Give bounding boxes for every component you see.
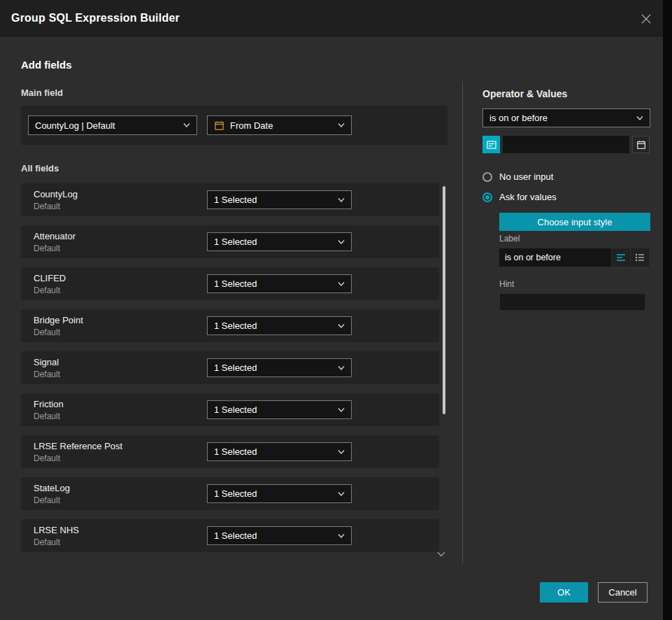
all-fields-label: All fields xyxy=(21,163,59,174)
label-input[interactable] xyxy=(499,248,611,267)
radio-no-user-input[interactable]: No user input xyxy=(482,171,553,182)
field-row: Attenuator Default 1 Selected xyxy=(21,225,439,258)
chevron-down-icon xyxy=(338,240,345,244)
value-input[interactable] xyxy=(503,136,629,153)
field-select-dropdown[interactable]: 1 Selected xyxy=(207,274,352,293)
layer-dropdown-value: CountyLog | Default xyxy=(35,120,178,131)
radio-ask-for-values[interactable]: Ask for values xyxy=(482,192,557,202)
main-field-dropdown-value: From Date xyxy=(230,120,332,131)
radio-selected-icon xyxy=(482,192,492,202)
list-style-icon[interactable] xyxy=(631,248,649,267)
field-select-value: 1 Selected xyxy=(214,362,332,373)
field-row: StateLog Default 1 Selected xyxy=(21,477,439,510)
calendar-icon xyxy=(214,120,224,131)
field-select-dropdown[interactable]: 1 Selected xyxy=(207,232,352,251)
field-select-value: 1 Selected xyxy=(214,195,332,205)
field-name: LRSE NHS xyxy=(34,525,79,535)
radio-label: Ask for values xyxy=(499,192,557,202)
operator-dropdown[interactable]: is on or before xyxy=(482,108,650,127)
field-subtitle: Default xyxy=(34,286,60,295)
field-subtitle: Default xyxy=(34,537,60,547)
field-row: CLIFED Default 1 Selected xyxy=(21,267,439,300)
scroll-down-icon[interactable] xyxy=(436,550,446,558)
field-subtitle: Default xyxy=(34,453,60,463)
field-name: StateLog xyxy=(34,483,70,493)
chevron-down-icon xyxy=(338,534,345,538)
field-name: Friction xyxy=(34,399,64,409)
field-row: Signal Default 1 Selected xyxy=(21,351,439,384)
field-subtitle: Default xyxy=(34,369,60,379)
chevron-down-icon xyxy=(636,116,643,120)
field-subtitle: Default xyxy=(34,244,60,253)
main-field-label: Main field xyxy=(21,87,63,98)
field-select-dropdown[interactable]: 1 Selected xyxy=(207,358,352,377)
field-subtitle: Default xyxy=(34,411,60,421)
input-mode-icon[interactable] xyxy=(482,136,500,153)
field-name: Attenuator xyxy=(34,231,76,241)
all-fields-list: CountyLog Default 1 Selected Attenuator … xyxy=(21,183,439,552)
field-select-value: 1 Selected xyxy=(214,488,332,499)
field-select-value: 1 Selected xyxy=(214,530,332,541)
operator-dropdown-value: is on or before xyxy=(489,113,631,123)
single-line-style-icon[interactable] xyxy=(612,248,630,267)
field-select-dropdown[interactable]: 1 Selected xyxy=(207,190,352,209)
field-name: Bridge Point xyxy=(34,315,83,325)
list-scrollbar[interactable] xyxy=(441,184,447,554)
panel-divider xyxy=(462,81,463,564)
chevron-down-icon xyxy=(338,366,345,370)
hint-field-label: Hint xyxy=(499,279,514,289)
cancel-button[interactable]: Cancel xyxy=(598,582,648,603)
radio-label: No user input xyxy=(499,171,553,182)
field-select-value: 1 Selected xyxy=(214,237,332,247)
field-name: CountyLog xyxy=(34,189,78,199)
label-field-label: Label xyxy=(499,234,520,244)
field-name: LRSE Reference Post xyxy=(34,441,122,451)
field-name: Signal xyxy=(34,357,59,367)
field-subtitle: Default xyxy=(34,202,60,211)
field-select-dropdown[interactable]: 1 Selected xyxy=(207,484,352,503)
group-sql-expression-builder-dialog: Group SQL Expression Builder Add fields … xyxy=(0,0,663,620)
chevron-down-icon xyxy=(338,324,345,328)
main-field-dropdown[interactable]: From Date xyxy=(207,115,352,135)
operator-values-heading: Operator & Values xyxy=(482,88,567,99)
choose-input-style-button[interactable]: Choose input style xyxy=(499,213,650,231)
close-icon[interactable] xyxy=(638,10,655,27)
chevron-down-icon xyxy=(183,123,190,127)
field-select-value: 1 Selected xyxy=(214,320,332,331)
field-select-dropdown[interactable]: 1 Selected xyxy=(207,526,352,545)
field-select-dropdown[interactable]: 1 Selected xyxy=(207,316,352,335)
field-select-value: 1 Selected xyxy=(214,279,332,289)
chevron-down-icon xyxy=(338,450,345,454)
layer-dropdown[interactable]: CountyLog | Default xyxy=(28,115,197,135)
field-select-value: 1 Selected xyxy=(214,404,332,415)
field-select-dropdown[interactable]: 1 Selected xyxy=(207,442,352,461)
chevron-down-icon xyxy=(338,492,345,496)
chevron-down-icon xyxy=(338,123,345,127)
field-select-dropdown[interactable]: 1 Selected xyxy=(207,400,352,419)
main-field-panel: CountyLog | Default From Date xyxy=(21,106,448,145)
field-select-value: 1 Selected xyxy=(214,446,332,457)
calendar-picker-icon[interactable] xyxy=(632,136,650,153)
field-row: LRSE Reference Post Default 1 Selected xyxy=(21,435,439,468)
field-row: LRSE NHS Default 1 Selected xyxy=(21,519,439,552)
chevron-down-icon xyxy=(338,408,345,412)
ok-button[interactable]: OK xyxy=(540,582,588,603)
chevron-down-icon xyxy=(338,198,345,202)
field-row: Friction Default 1 Selected xyxy=(21,393,439,426)
field-row: CountyLog Default 1 Selected xyxy=(21,183,439,216)
dialog-title: Group SQL Expression Builder xyxy=(11,12,180,24)
add-fields-heading: Add fields xyxy=(21,59,72,71)
dialog-titlebar: Group SQL Expression Builder xyxy=(0,0,663,36)
field-subtitle: Default xyxy=(34,327,60,337)
hint-input[interactable] xyxy=(499,293,645,311)
chevron-down-icon xyxy=(338,282,345,286)
radio-unselected-icon xyxy=(482,172,492,182)
field-name: CLIFED xyxy=(34,273,66,283)
field-subtitle: Default xyxy=(34,495,60,505)
field-row: Bridge Point Default 1 Selected xyxy=(21,309,439,342)
scrollbar-thumb[interactable] xyxy=(443,186,445,414)
